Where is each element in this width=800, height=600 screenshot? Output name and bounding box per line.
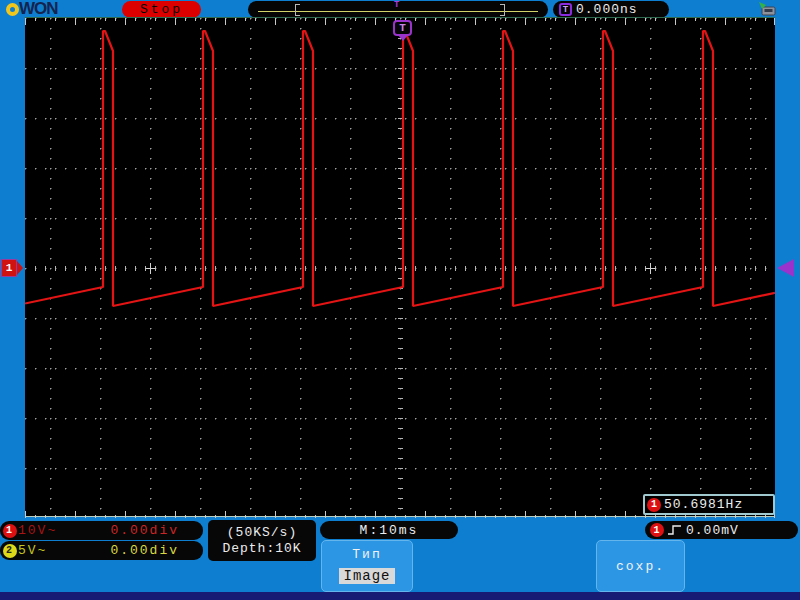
frequency-counter: 1 50.6981Hz [643, 494, 775, 515]
trigger-source-badge-icon: 1 [650, 523, 664, 537]
channel1-badge-icon: 1 [3, 524, 17, 538]
trigger-time-value: 0.000ns [576, 2, 638, 17]
trigger-level-value: 0.00mV [686, 523, 739, 538]
channel1-offset: 0.00div [110, 523, 179, 538]
waveform-plot [25, 18, 775, 518]
acquisition-status: (50KS/s) Depth:10K [208, 520, 316, 561]
sample-rate: (50KS/s) [227, 525, 297, 540]
menu-type-button[interactable]: Тип Image [321, 540, 413, 592]
owon-logo: WON [6, 1, 58, 17]
window-left-bracket-icon [295, 4, 300, 16]
horizontal-position-bar[interactable]: T [248, 1, 548, 18]
menu-type-label: Тип [352, 547, 381, 562]
channel1-status: 1 10V~ 0.00div [0, 521, 203, 540]
frequency-value: 50.6981Hz [664, 497, 743, 512]
hpos-ruler-line [258, 11, 538, 12]
bottom-strip [0, 592, 800, 600]
trigger-position-mini-marker[interactable]: T [394, 1, 399, 10]
owon-logo-o-icon [6, 3, 19, 16]
waveform-display: T 1 50.6981Hz [25, 17, 775, 517]
channel2-scale: 5V~ [18, 543, 47, 558]
trigger-position-flag[interactable]: T [393, 20, 412, 36]
trigger-level-readout: 1 0.00mV [645, 521, 798, 539]
channel1-scale: 10V~ [18, 523, 57, 538]
channel2-offset: 0.00div [110, 543, 179, 558]
channel2-badge-icon: 2 [3, 544, 17, 558]
channel2-status: 2 5V~ 0.00div [0, 541, 203, 560]
owon-logo-text: WON [19, 1, 58, 17]
menu-save-label: сохр. [616, 559, 665, 574]
trigger-time-readout: T 0.000ns [553, 1, 669, 18]
top-bar: WON Stop T T 0.000ns [0, 0, 800, 18]
trigger-level-marker-icon[interactable] [777, 259, 794, 277]
trigger-t-icon: T [559, 3, 572, 16]
channel1-position-marker[interactable]: 1 [1, 259, 17, 277]
menu-type-value[interactable]: Image [339, 568, 394, 584]
timebase-readout: M:10ms [320, 521, 458, 539]
oscilloscope-ui: WON Stop T T 0.000ns T 1 50.6981Hz [0, 0, 800, 600]
menu-save-button[interactable]: сохр. [596, 540, 685, 592]
window-right-bracket-icon [500, 4, 505, 16]
channel1-badge-icon: 1 [647, 498, 661, 512]
run-state-indicator[interactable]: Stop [122, 1, 201, 18]
record-depth: Depth:10K [222, 541, 301, 556]
rising-edge-icon [667, 523, 683, 537]
